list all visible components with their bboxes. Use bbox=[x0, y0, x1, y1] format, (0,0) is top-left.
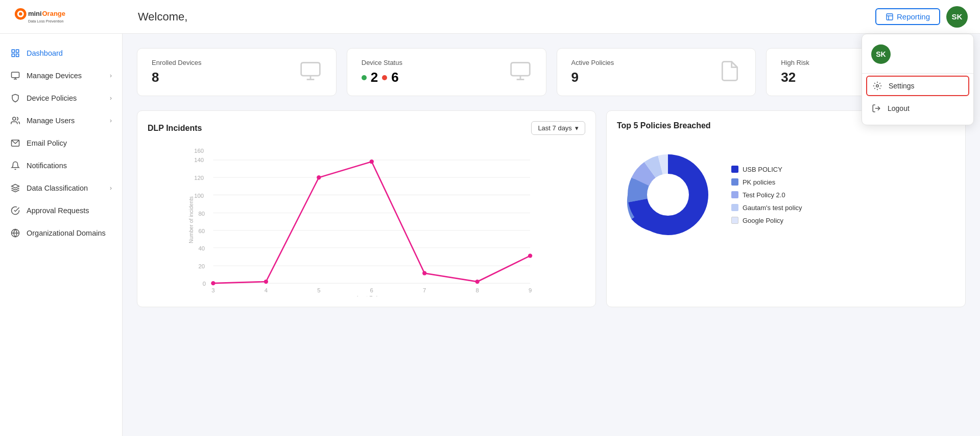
active-policies-info: Active Policies 9 bbox=[571, 59, 614, 85]
sidebar-item-notifications[interactable]: Notifications bbox=[0, 154, 122, 177]
sidebar-item-device-policies[interactable]: Device Policies › bbox=[0, 87, 122, 109]
sidebar-item-label: Data Classification bbox=[27, 184, 104, 192]
time-filter-button[interactable]: Last 7 days ▾ bbox=[531, 121, 585, 135]
enrolled-devices-info: Enrolled Devices 8 bbox=[152, 59, 202, 85]
chart-legend: USB POLICY PK policies Test Policy 2.0 bbox=[731, 166, 802, 224]
legend-color-test bbox=[731, 191, 738, 198]
svg-point-59 bbox=[422, 271, 426, 275]
active-policies-value: 9 bbox=[571, 70, 614, 85]
svg-text:Orange: Orange bbox=[42, 9, 66, 17]
sidebar-item-label: Email Policy bbox=[27, 139, 112, 147]
user-avatar-button[interactable]: SK bbox=[946, 6, 968, 28]
settings-menu-item[interactable]: Settings bbox=[866, 76, 969, 96]
logout-label: Logout bbox=[888, 104, 910, 112]
chevron-down-icon: ▾ bbox=[575, 124, 579, 132]
svg-text:3: 3 bbox=[211, 287, 214, 293]
charts-row: DLP Incidents Last 7 days ▾ 0 20 40 60 8… bbox=[137, 110, 966, 307]
sidebar-item-label: Device Policies bbox=[27, 94, 104, 102]
legend-item-pk: PK policies bbox=[731, 178, 802, 186]
enrolled-devices-card: Enrolled Devices 8 bbox=[137, 48, 337, 96]
sidebar-item-label: Manage Devices bbox=[27, 72, 104, 80]
top5-policies-card: Top 5 Policies Breached bbox=[606, 110, 966, 307]
gear-icon bbox=[872, 81, 882, 91]
sidebar-item-manage-devices[interactable]: Manage Devices › bbox=[0, 64, 122, 87]
legend-item-test: Test Policy 2.0 bbox=[731, 191, 802, 199]
logo: mini Orange Data Loss Prevention bbox=[12, 6, 79, 28]
sidebar-item-label: Organizational Domains bbox=[27, 229, 112, 237]
header: mini Orange Data Loss Prevention Welcome… bbox=[0, 0, 980, 34]
settings-label: Settings bbox=[889, 82, 915, 90]
svg-marker-20 bbox=[12, 185, 19, 189]
sidebar-item-label: Approval Requests bbox=[27, 206, 112, 215]
svg-text:120: 120 bbox=[194, 175, 204, 181]
dlp-line-chart: 0 20 40 60 80 100 120 140 160 Number of … bbox=[148, 143, 585, 296]
sidebar-item-manage-users[interactable]: Manage Users › bbox=[0, 109, 122, 132]
legend-label-google: Google Policy bbox=[743, 217, 783, 224]
sidebar-item-organizational-domains[interactable]: Organizational Domains bbox=[0, 222, 122, 244]
svg-rect-14 bbox=[16, 54, 19, 57]
legend-label-test: Test Policy 2.0 bbox=[743, 191, 785, 199]
svg-point-55 bbox=[211, 281, 215, 285]
sidebar-item-label: Dashboard bbox=[27, 49, 112, 57]
svg-text:60: 60 bbox=[198, 228, 205, 234]
svg-text:Data Loss Prevention: Data Loss Prevention bbox=[28, 18, 64, 23]
svg-text:100: 100 bbox=[194, 193, 204, 199]
sidebar-item-dashboard[interactable]: Dashboard bbox=[0, 42, 122, 64]
monitor-icon bbox=[10, 71, 20, 81]
active-policies-label: Active Policies bbox=[571, 59, 614, 66]
stat-cards-row: Enrolled Devices 8 Device Status 2 bbox=[137, 48, 966, 96]
main-layout: Dashboard Manage Devices › Device Polici… bbox=[0, 34, 980, 436]
device-status-icon bbox=[509, 60, 532, 84]
dropdown-header: SK bbox=[862, 40, 973, 71]
high-risk-info: High Risk 32 bbox=[781, 59, 809, 85]
shield-icon bbox=[10, 93, 20, 103]
status-dot-green bbox=[362, 75, 367, 80]
svg-point-61 bbox=[528, 254, 532, 258]
legend-item-usb: USB POLICY bbox=[731, 166, 802, 173]
logout-menu-item[interactable]: Logout bbox=[862, 98, 973, 119]
users-icon bbox=[10, 116, 20, 126]
legend-item-gautam: Gautam's test policy bbox=[731, 204, 802, 212]
sidebar-item-email-policy[interactable]: Email Policy bbox=[0, 132, 122, 154]
svg-text:9: 9 bbox=[529, 287, 532, 293]
main-content: Enrolled Devices 8 Device Status 2 bbox=[123, 34, 980, 436]
chevron-right-icon: › bbox=[110, 95, 112, 102]
svg-point-2 bbox=[19, 12, 22, 16]
legend-label-usb: USB POLICY bbox=[743, 166, 782, 173]
svg-rect-15 bbox=[12, 72, 19, 78]
report-icon bbox=[886, 13, 894, 21]
chevron-right-icon: › bbox=[110, 185, 112, 192]
grid-icon bbox=[10, 48, 20, 58]
svg-point-57 bbox=[317, 175, 321, 179]
svg-point-18 bbox=[13, 117, 16, 120]
reporting-button[interactable]: Reporting bbox=[875, 8, 940, 25]
enrolled-devices-value: 8 bbox=[152, 70, 202, 85]
device-status-online: 2 bbox=[371, 70, 378, 85]
svg-point-67 bbox=[647, 174, 689, 216]
top5-chart-title: Top 5 Policies Breached bbox=[617, 121, 711, 130]
dropdown-divider bbox=[862, 73, 973, 74]
svg-text:160: 160 bbox=[194, 148, 204, 154]
sidebar-item-data-classification[interactable]: Data Classification › bbox=[0, 177, 122, 199]
svg-text:Last 7 days: Last 7 days bbox=[357, 295, 387, 296]
sidebar-item-label: Notifications bbox=[27, 162, 112, 170]
svg-rect-6 bbox=[887, 14, 893, 20]
check-circle-icon bbox=[10, 205, 20, 216]
device-status-offline: 6 bbox=[391, 70, 398, 85]
legend-color-google bbox=[731, 217, 738, 224]
svg-rect-26 bbox=[511, 63, 530, 76]
svg-rect-11 bbox=[12, 50, 14, 52]
svg-rect-13 bbox=[12, 54, 14, 57]
svg-point-60 bbox=[475, 280, 480, 284]
device-status-card: Device Status 2 6 bbox=[347, 48, 546, 96]
line-chart-svg: 0 20 40 60 80 100 120 140 160 Number of … bbox=[148, 143, 585, 296]
svg-point-9 bbox=[876, 85, 879, 87]
globe-icon bbox=[10, 228, 20, 238]
sidebar-item-approval-requests[interactable]: Approval Requests bbox=[0, 199, 122, 222]
dlp-chart-title: DLP Incidents bbox=[148, 124, 202, 133]
svg-text:6: 6 bbox=[370, 287, 373, 293]
dlp-incidents-card: DLP Incidents Last 7 days ▾ 0 20 40 60 8… bbox=[137, 110, 596, 307]
enrolled-devices-icon bbox=[299, 60, 322, 84]
sidebar: Dashboard Manage Devices › Device Polici… bbox=[0, 34, 123, 436]
svg-text:0: 0 bbox=[203, 281, 206, 287]
